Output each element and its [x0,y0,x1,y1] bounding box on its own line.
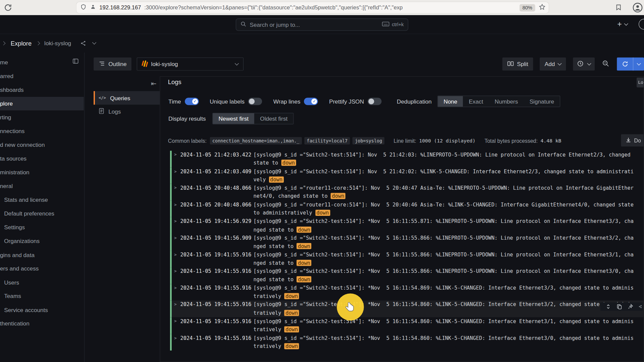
sidebar-item-users[interactable]: Users [0,276,84,289]
search-input[interactable]: Search or jump to... ctrl+k [236,18,408,31]
outline-button[interactable]: Outline [94,57,131,70]
datasource-picker[interactable]: loki-syslog [137,57,244,70]
time-picker-button[interactable] [573,57,595,70]
scroll-row-icon[interactable] [605,304,611,310]
time-switch[interactable]: ✓ [185,98,199,105]
dedup-option-none[interactable]: None [438,96,463,107]
sidebar-item-default-preferences[interactable]: Default preferences [0,207,84,221]
sidebar-item-ministration[interactable]: ministration [0,165,84,179]
expand-log-row-icon[interactable]: > [174,251,180,257]
log-row[interactable]: >2024-11-05 19:41:55.916[syslog@9 s_id =… [170,301,644,317]
sidebar-item-stats-and-license[interactable]: Stats and license [0,193,84,207]
sidebar-item-label: rting [0,114,11,121]
expand-log-row-icon[interactable]: > [174,284,180,290]
sidebar-item-shboards[interactable]: shboards [0,83,84,97]
sidebar-item-gins-and-data[interactable]: gins and data [0,248,84,262]
sidebar-item-nnections[interactable]: nnections [0,124,84,138]
save-page-icon[interactable] [615,4,622,13]
log-row[interactable]: >2024-11-05 19:41:55.916[syslog@9 s_id =… [170,267,644,284]
collapse-sidebar-icon[interactable]: ⇤ [151,80,156,87]
highlighted-match: down [331,193,345,199]
sidebar-item-ta-sources[interactable]: ta sources [0,152,84,165]
refresh-icon[interactable] [617,57,633,70]
log-timestamp: 2024-11-05 19:41:55.916 [180,267,254,276]
split-button[interactable]: Split [502,57,533,70]
dedup-option-numbers[interactable]: Numbers [489,96,524,107]
tab-logs[interactable]: Logs [94,105,160,118]
log-row[interactable]: >2024-11-05 19:41:56.929[syslog@9 s_id =… [170,217,644,234]
prettify-json-switch[interactable] [368,98,382,105]
address-bar[interactable]: 192.168.229.167 :3000/explore?schemaVers… [76,2,549,14]
add-button[interactable]: Add [540,57,566,70]
sidebar-item-plore[interactable]: plore [0,97,84,110]
chevron-down-icon[interactable] [92,40,96,44]
dedup-option-exact[interactable]: Exact [463,96,489,107]
expand-log-row-icon[interactable]: > [174,167,180,173]
wrap-lines-switch[interactable]: ✓ [304,98,318,105]
chevron-down-icon [624,21,628,25]
expand-log-row-icon[interactable]: > [174,317,180,323]
logs-volume-button[interactable]: Lo [637,77,644,87]
expand-log-row-icon[interactable]: > [174,267,180,273]
expand-log-row-icon[interactable]: > [174,301,180,307]
tab-queries[interactable]: </> Queries [94,91,160,105]
log-row[interactable]: >2024-11-05 19:41:55.916[syslog@9 s_id =… [170,334,644,351]
sidebar-item-rting[interactable]: rting [0,110,84,124]
download-button[interactable]: Do [621,134,643,146]
breadcrumb-explore[interactable]: Explore [11,40,32,47]
refresh-interval-dropdown[interactable] [633,57,644,70]
log-row[interactable]: >2024-11-05 19:41:55.916[syslog@9 s_id =… [170,284,644,301]
run-query-button[interactable] [617,57,644,70]
copy-log-icon[interactable] [616,304,622,310]
log-timestamp: 2024-11-05 19:41:55.916 [180,334,254,342]
expand-log-row-icon[interactable]: > [174,150,180,157]
share-log-icon[interactable] [639,304,642,310]
sidebar-item-ers-and-access[interactable]: ers and access [0,262,84,276]
unique-labels-switch[interactable] [248,98,262,105]
log-row[interactable]: >2024-11-05 21:42:03.409[syslog@9 s_id =… [170,167,644,184]
reload-icon[interactable] [4,3,13,12]
expand-log-row-icon[interactable]: > [174,201,180,207]
dedup-option-signature[interactable]: Signature [524,96,560,107]
display-segmented: Newest firstOldest first [212,113,293,124]
reader-mode-icon[interactable] [90,4,96,11]
sidebar-item-d-new-connection[interactable]: d new connection [0,138,84,152]
expand-log-row-icon[interactable]: > [174,217,180,223]
sidebar-item-thentication[interactable]: thentication [0,317,84,330]
sidebar-item-neral[interactable]: neral [0,179,84,193]
loki-logo-icon [142,61,148,68]
sidebar-item-settings[interactable]: Settings [0,221,84,234]
common-labels-label: Common labels: [168,138,207,144]
expand-log-row-icon[interactable]: > [174,334,180,340]
log-row[interactable]: >2024-11-05 19:41:55.916[syslog@9 s_id =… [170,251,644,267]
expand-log-row-icon[interactable]: > [174,234,180,240]
log-message: [syslog@9 s_id ="router11-core:514"]: No… [254,201,644,218]
expand-log-row-icon[interactable]: > [174,184,180,190]
zoom-out-button[interactable] [599,57,612,70]
bookmark-star-icon[interactable] [538,3,546,12]
log-row[interactable]: >2024-11-05 19:41:56.909[syslog@9 s_id =… [170,234,644,251]
sidebar-item-arred[interactable]: arred [0,69,84,83]
log-row[interactable]: >2024-11-05 19:41:55.916[syslog@9 s_id =… [170,317,644,334]
share-icon[interactable] [80,40,86,46]
browser-profile-icon[interactable] [633,2,643,14]
main-area: mearredshboardsplorertingnnectionsd new … [0,53,644,362]
breadcrumb-datasource[interactable]: loki-syslog [44,40,71,47]
log-row[interactable]: >2024-11-05 20:40:48.066[syslog@9 s_id =… [170,201,644,218]
bytes-label: Total bytes processed: [484,138,537,144]
sidebar-item-teams[interactable]: Teams [0,289,84,303]
log-row[interactable]: >2024-11-05 20:40:48.066[syslog@9 s_id =… [170,184,644,201]
sidebar-item-service-accounts[interactable]: Service accounts [0,303,84,317]
log-message: [syslog@9 s_id ="Switch2-test:514"]: *No… [254,317,644,334]
pin-log-icon[interactable] [628,304,633,310]
display-option-oldest-first[interactable]: Oldest first [254,113,293,124]
log-timestamp: 2024-11-05 20:40:48.066 [180,184,254,192]
display-option-newest-first[interactable]: Newest first [213,113,254,124]
zoom-badge[interactable]: 80% [520,4,535,11]
shield-icon[interactable] [80,3,87,11]
log-row[interactable]: >2024-11-05 21:42:03.422[syslog@9 s_id =… [170,150,644,167]
sidebar-item-me[interactable]: me [0,55,84,69]
user-avatar[interactable] [639,19,644,29]
new-button[interactable]: + [617,20,628,29]
sidebar-item-organizations[interactable]: Organizations [0,234,84,248]
